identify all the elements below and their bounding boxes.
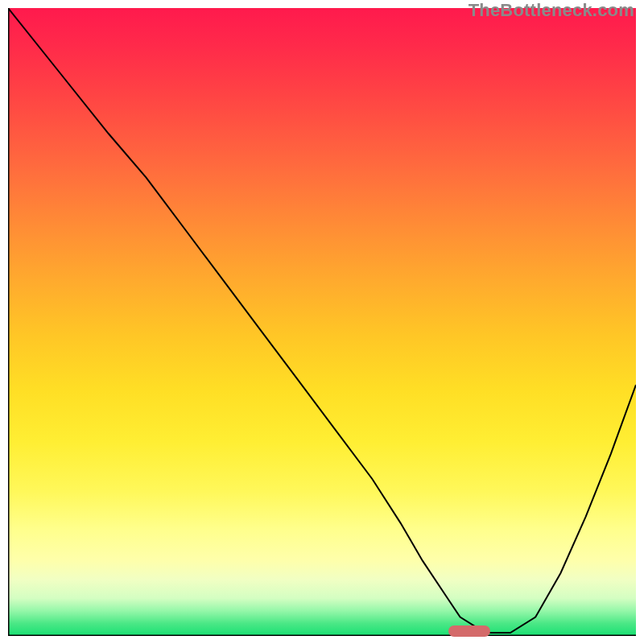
chart-container: TheBottleneck.com: [0, 0, 644, 644]
plot-gradient-background: [8, 8, 636, 636]
optimal-marker: [448, 625, 490, 637]
watermark-text: TheBottleneck.com: [469, 0, 634, 21]
